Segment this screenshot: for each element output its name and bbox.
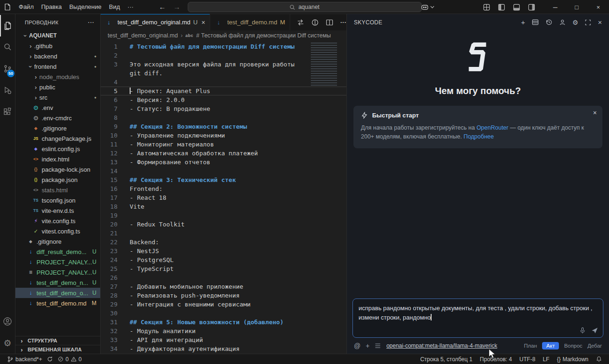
more-actions-icon[interactable]: ··· (340, 19, 346, 26)
tree-file[interactable]: {}package.json (15, 175, 100, 185)
problems-indicator[interactable]: 0 0 (55, 356, 84, 363)
code-line[interactable]: 31## Секция 5: Новые возможности (добавл… (101, 318, 346, 327)
attach-icon[interactable]: + (366, 342, 369, 349)
chat-list-icon[interactable] (532, 19, 539, 26)
extensions-icon[interactable] (0, 101, 15, 123)
breadcrumb-symbol[interactable]: # Тестовый файл для демонстрации Diff си… (196, 32, 331, 39)
tree-file[interactable]: <>stats.html (15, 185, 100, 195)
menu-more-icon[interactable]: ··· (124, 2, 137, 12)
code-line[interactable]: 14 (101, 167, 346, 175)
send-icon[interactable] (591, 327, 598, 334)
more-info-link[interactable]: Подробнее (463, 133, 494, 140)
code-line[interactable]: 8 (101, 113, 346, 122)
code-line[interactable]: 3Это исходная версия файла для проверки … (101, 60, 346, 78)
code-line[interactable]: 25- TypeScript (101, 264, 346, 273)
tree-file[interactable]: ◆eslint.config.js (15, 144, 100, 154)
search-view-icon[interactable] (0, 36, 15, 58)
code-line[interactable]: 34- Двухфакторная аутентификация (101, 344, 346, 353)
tree-folder[interactable]: ›frontend● (15, 61, 100, 72)
tree-folder[interactable]: ›.github (15, 41, 100, 51)
code-line[interactable]: 1# Тестовый файл для демонстрации Diff с… (101, 42, 346, 51)
tree-file[interactable]: ↓test_diff_demo_n...U (15, 277, 100, 288)
model-selector[interactable]: openai-compat:meta-llama/llama-4-maveric… (386, 342, 497, 349)
settings-gear-icon[interactable]: ⚙ (0, 332, 15, 354)
code-line[interactable]: 18Vite (101, 202, 346, 211)
code-line[interactable]: 12- Автоматическая обработка платежей (101, 149, 346, 158)
tree-file[interactable]: TStsconfig.json (15, 195, 100, 205)
code-line[interactable]: 30 (101, 309, 346, 318)
breadcrumb-file[interactable]: test_diff_demo_original.md (108, 32, 178, 39)
split-editor-icon[interactable] (326, 19, 333, 26)
compare-icon[interactable] (311, 19, 319, 26)
code-line[interactable]: 28- Реализовать push-уведомления (101, 291, 346, 300)
menu-selection[interactable]: Выделение (66, 2, 105, 12)
cursor-position[interactable]: Строка 5, столбец 1 (418, 356, 475, 363)
code-line[interactable]: 10- Управление подключениями (101, 131, 346, 140)
back-icon[interactable]: ← (159, 3, 166, 11)
tree-file[interactable]: ↓diff_result_demo...U (15, 247, 100, 257)
window-close-icon[interactable]: × (587, 0, 609, 14)
code-line[interactable]: 13- Формирование отчетов (101, 158, 346, 167)
code-line[interactable]: 20- Redux Toolkit (101, 220, 346, 229)
indentation[interactable]: Пробелов: 4 (477, 356, 514, 363)
menu-edit[interactable]: Правка (37, 2, 66, 12)
mic-icon[interactable] (579, 327, 586, 334)
tree-folder[interactable]: ›node_modules (15, 72, 100, 82)
chat-input[interactable]: исправь рандомно открытые документы, для… (352, 298, 603, 338)
tree-folder[interactable]: ›backend● (15, 51, 100, 61)
tree-file[interactable]: ◆.gitignore (15, 123, 100, 133)
code-line[interactable]: 9## Секция 2: Возможности системы (101, 122, 346, 131)
code-line[interactable]: 2 (101, 51, 346, 60)
branch-indicator[interactable]: backend*+ (5, 356, 44, 363)
new-chat-icon[interactable]: + (521, 19, 525, 26)
code-line[interactable]: 11- Мониторинг материалов (101, 140, 346, 149)
code-line[interactable]: 17- React 18 (101, 193, 346, 202)
code-line[interactable]: 6- Версия: 2.0.0 (101, 95, 346, 104)
tree-file[interactable]: ✓vitest.config.ts (15, 226, 100, 236)
mode-button[interactable]: План (524, 343, 537, 349)
minimap[interactable] (311, 43, 337, 86)
settings-gear-icon[interactable]: ⚙ (572, 19, 579, 26)
toggle-secondary-sidebar-icon[interactable] (528, 4, 535, 11)
code-line[interactable]: 19 (101, 211, 346, 220)
tree-folder[interactable]: ›src● (15, 92, 100, 102)
mention-icon[interactable]: @ (354, 342, 360, 349)
forward-icon[interactable]: → (173, 3, 180, 11)
notifications-bell-icon[interactable] (594, 356, 604, 362)
menu-file[interactable]: Файл (15, 2, 37, 12)
tree-file[interactable]: JSchangePackage.js (15, 133, 100, 144)
customize-layout-icon[interactable] (483, 4, 490, 11)
code-line[interactable]: 32- Модуль аналитики (101, 327, 346, 335)
code-line[interactable]: 23- NestJS (101, 247, 346, 255)
tree-file[interactable]: ◆.gitignore (15, 236, 100, 247)
tree-file[interactable]: ↓PROJECT_ANALY...U (15, 257, 100, 267)
maximize-icon[interactable]: □ (566, 0, 587, 14)
eol-sequence[interactable]: LF (541, 356, 552, 363)
tree-file[interactable]: <>index.html (15, 154, 100, 164)
tree-file[interactable]: ↓test_diff_demo_o...U (15, 288, 100, 298)
account-icon[interactable] (559, 19, 566, 26)
code-line[interactable]: 33- API для интеграций (101, 335, 346, 344)
panel-close-icon[interactable]: × (598, 19, 602, 26)
account-icon[interactable] (0, 311, 15, 332)
encoding[interactable]: UTF-8 (517, 356, 538, 363)
code-line[interactable]: 4 (101, 78, 346, 87)
mode-button[interactable]: Дебаг (587, 343, 602, 349)
explorer-icon[interactable] (0, 15, 15, 36)
code-line[interactable]: 16Frontend: (101, 184, 346, 193)
sync-button[interactable] (44, 356, 55, 362)
explorer-more-icon[interactable]: ··· (88, 20, 95, 25)
code-line[interactable]: 26 (101, 273, 346, 282)
code-line[interactable]: 29- Интеграция с внешними сервисами (101, 300, 346, 309)
code-line[interactable]: 24- PostgreSQL (101, 255, 346, 264)
tree-file[interactable]: TSvite-env.d.ts (15, 205, 100, 216)
toggle-primary-sidebar-icon[interactable] (498, 4, 505, 11)
open-changes-icon[interactable] (297, 19, 304, 26)
code-line[interactable]: 22Backend: (101, 238, 346, 247)
context-icon[interactable] (374, 342, 381, 349)
toggle-panel-icon[interactable] (513, 4, 520, 11)
tab-close-icon[interactable]: × (201, 19, 205, 26)
code-line[interactable]: 27- Добавить мобильное приложение (101, 282, 346, 291)
minimize-icon[interactable]: ─ (544, 0, 566, 14)
history-icon[interactable] (545, 19, 552, 26)
